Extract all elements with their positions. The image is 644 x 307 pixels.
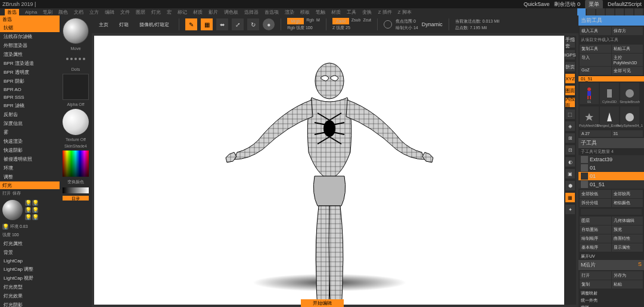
panel-item[interactable]: 预览 [612,225,643,234]
render-item[interactable]: BPR 渲染通道 [0,59,60,68]
panel-item[interactable]: 几何体编辑 [612,217,643,225]
tool-thumb[interactable]: PolyMesh3D [580,106,599,128]
tool-hand[interactable]: 手指套 [565,38,575,48]
z-intensity[interactable]: Z 强度 25 [332,25,371,31]
subtool-item[interactable]: 01_51 [578,180,644,189]
render-item[interactable]: 快速阴影 [0,146,60,155]
render-item[interactable]: 法线存尔滤镜 [0,32,60,41]
copy-tool[interactable]: 复制工具 [580,45,611,53]
camera-btn[interactable]: 摄像机/灯箱定 [136,20,173,29]
tool-frame[interactable]: 折页 [565,62,575,71]
menu-item[interactable]: Z 插件 [378,9,391,15]
icon-2[interactable] [596,8,605,15]
focal-shift[interactable]: 焦点范围 0 [396,18,418,24]
modify-item[interactable]: 粘贴 [612,280,643,289]
dynamic-btn[interactable]: Dynamic [422,21,443,27]
import-btn[interactable]: 导入 [580,54,611,66]
light-preview[interactable] [2,200,23,220]
menu-item[interactable]: 变换 [362,9,372,15]
tool-i[interactable]: ✦ [565,205,575,214]
switch-color[interactable]: 变换颜色 [67,179,84,185]
menu-item[interactable]: 颜色 [58,9,68,15]
alpha-preview[interactable] [63,74,89,100]
bulb-icon[interactable]: 💡 [32,214,38,220]
bulb-icon[interactable]: 💡 [25,200,31,206]
slider[interactable] [581,209,642,215]
render-item[interactable]: 深度信息 [0,119,60,128]
menu-item[interactable]: Z 脚本 [398,9,412,15]
tool-thumb[interactable]: SimpleBrush [620,83,639,104]
panel-item[interactable]: 调整映射 [578,290,644,297]
draw-size[interactable]: 绘制大小 14 [396,25,418,31]
menu-item[interactable]: 笔刷 [43,9,52,15]
zsub-btn[interactable]: Zsub [351,18,361,24]
default-script[interactable]: DefaultZScript [608,1,642,7]
load-note[interactable]: 从项目文件载入工具 [578,36,644,43]
icon-6[interactable] [634,8,643,15]
ambient-value[interactable]: 环境 0.83 [10,224,28,230]
bulb-icon[interactable]: 💡 [32,207,38,213]
menu-item[interactable]: 立方 [89,9,99,15]
render-item[interactable]: 快速渲染 [0,137,60,146]
zadd-btn[interactable]: Zadd [332,18,349,24]
load-tool[interactable]: 载入工具 [580,27,611,35]
menu-item[interactable]: 灯光 [151,9,161,15]
rotate-icon[interactable]: ↻ [247,18,259,30]
tool-h[interactable]: ▦ [565,193,575,202]
scale-icon[interactable]: ⤢ [232,18,244,30]
panel-item[interactable]: 基本顺序 [580,243,611,252]
menu-item[interactable]: 文档 [74,9,83,15]
subtool-item[interactable]: Extract39 [578,155,644,164]
render-item[interactable]: 雾 [0,128,60,137]
save-as[interactable]: 保存方 [612,27,643,35]
light-item[interactable]: LightCap [0,257,60,265]
menu-item[interactable]: 文件 [120,9,130,15]
texture-preview[interactable] [63,109,89,135]
sim-col[interactable]: 相似颜色 [612,199,643,207]
rgb-intensity[interactable]: Rgb 强度 100 [287,25,320,31]
light-item[interactable]: 灯光效果 [0,292,60,300]
subtool-item[interactable]: 01 [578,164,644,172]
render-item[interactable]: BPR AO [0,86,60,93]
render-item[interactable]: 反射齿 [0,110,60,119]
menu-item[interactable]: 编辑 [105,9,114,15]
light-item[interactable]: 灯光属性 [0,239,60,248]
bulb-icon[interactable]: 💡 [2,224,8,230]
paste-tool[interactable]: 粘贴工具 [612,45,643,53]
light-open[interactable]: 打开 [2,190,11,196]
move-icon[interactable]: ⬌ [216,18,228,30]
tool-e[interactable]: ◐ [565,157,575,167]
icon-1[interactable] [587,8,595,15]
menu-item[interactable]: 笔触 [316,9,325,15]
bulb-icon[interactable]: 💡 [25,214,31,220]
modify-item[interactable]: 复制 [580,280,611,289]
goz-btn[interactable]: GoZ [580,67,611,75]
panel-item[interactable]: 展开UV [578,253,644,260]
render-active[interactable]: 抗锯 [0,23,60,32]
tool-f[interactable]: ▣ [565,169,575,178]
panel-item[interactable]: 显示属性 [612,243,643,252]
menu-item[interactable]: 标记 [178,9,187,15]
tool-floor[interactable]: 内投面 [565,98,575,107]
zcut-btn[interactable]: Zcut [363,18,371,24]
icon-5[interactable] [625,8,633,15]
bulb-icon[interactable]: 💡 [25,207,31,213]
menu-item[interactable]: 首选项 [265,9,279,15]
tool-thumb[interactable]: PolySphere04_1 [620,106,639,128]
menu-item[interactable]: Alpha [25,10,37,15]
tool-d[interactable]: ⊡ [565,145,575,155]
catalog-btn[interactable]: 目录 [63,196,89,201]
panel-item[interactable]: 统一外壳 [578,297,644,304]
edit-icon[interactable]: ✎ [185,18,197,30]
bulb-icon[interactable]: 💡 [32,200,38,206]
menu-item[interactable]: 模板 [300,9,310,15]
render-section[interactable]: 首选 [0,15,60,23]
tool-zoom[interactable]: IGPS [565,50,575,59]
tool-g[interactable]: ⬢ [565,181,575,190]
light-save[interactable]: 保存 [13,190,21,196]
rgb-btn[interactable]: Rgb [306,18,314,24]
render-item[interactable]: BPR 阴影 [0,77,60,86]
render-item[interactable]: 外部渲染器 [0,41,60,50]
menu-item[interactable]: 选择器 [244,9,259,15]
modify-item[interactable]: 打开 [580,271,611,280]
